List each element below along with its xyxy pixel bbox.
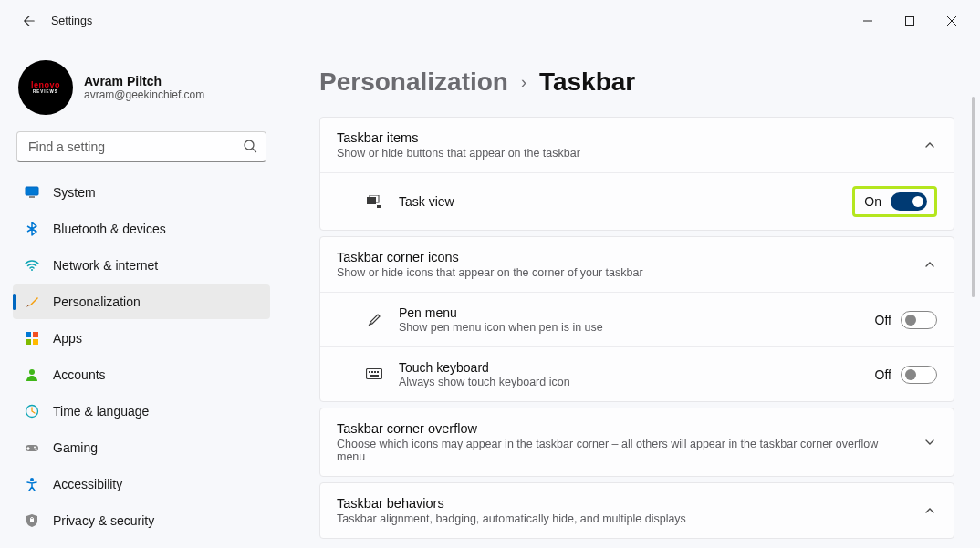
svg-rect-24 (374, 371, 376, 373)
chevron-up-icon[interactable] (921, 136, 939, 154)
svg-rect-9 (33, 339, 38, 345)
nav-network[interactable]: Network & internet (13, 248, 270, 283)
section-subtitle: Taskbar alignment, badging, automaticall… (337, 512, 908, 525)
row-pen-menu: Pen menu Show pen menu icon when pen is … (320, 292, 954, 346)
toggle-state-label: Off (875, 367, 891, 382)
nav-label: Accounts (53, 367, 106, 382)
minimize-icon (863, 16, 872, 26)
svg-rect-6 (26, 332, 31, 337)
sidebar: lenovo REVIEWS Avram Piltch avram@geekin… (0, 42, 283, 548)
person-icon (24, 367, 40, 383)
nav-label: System (53, 185, 96, 200)
svg-point-14 (36, 449, 37, 450)
search-icon (243, 139, 257, 156)
row-task-view: Task view On (320, 172, 954, 230)
main-panel: Personalization › Taskbar Taskbar items … (283, 42, 980, 548)
nav-label: Apps (53, 331, 82, 346)
maximize-button[interactable] (889, 6, 931, 36)
section-corner-icons: Taskbar corner icons Show or hide icons … (319, 236, 954, 402)
close-button[interactable] (931, 6, 973, 36)
nav: System Bluetooth & devices Network & int… (9, 175, 274, 538)
svg-rect-0 (906, 17, 914, 26)
section-title: Taskbar items (337, 130, 908, 145)
nav-label: Gaming (53, 440, 98, 455)
titlebar: Settings (0, 0, 980, 42)
minimize-button[interactable] (847, 6, 889, 36)
pen-icon (364, 312, 384, 328)
toggle-state-label: Off (875, 313, 891, 327)
nav-accounts[interactable]: Accounts (13, 357, 270, 392)
svg-point-1 (245, 140, 254, 150)
row-subtitle: Show pen menu icon when pen is in use (399, 321, 860, 334)
window-title: Settings (51, 15, 92, 27)
user-name: Avram Piltch (84, 74, 204, 88)
user-email: avram@geekinchief.com (84, 88, 204, 101)
section-title: Taskbar behaviors (337, 496, 908, 511)
chevron-down-icon[interactable] (921, 433, 939, 451)
bluetooth-icon (24, 221, 40, 237)
nav-privacy[interactable]: Privacy & security (13, 503, 270, 538)
svg-point-15 (30, 478, 34, 481)
svg-rect-20 (377, 205, 381, 208)
search-input[interactable] (16, 131, 266, 162)
nav-time-language[interactable]: Time & language (13, 394, 270, 429)
svg-rect-26 (370, 375, 379, 377)
svg-rect-25 (377, 371, 379, 373)
row-title: Pen menu (399, 305, 860, 320)
nav-personalization[interactable]: Personalization (13, 284, 270, 319)
section-corner-overflow: Taskbar corner overflow Choose which ico… (319, 408, 954, 477)
svg-point-5 (31, 269, 33, 271)
wifi-icon (24, 257, 40, 274)
toggle-state-label: On (864, 194, 881, 209)
svg-rect-4 (29, 196, 35, 198)
chevron-right-icon: › (521, 73, 526, 92)
breadcrumb-parent[interactable]: Personalization (319, 67, 508, 97)
close-icon (947, 16, 956, 26)
svg-rect-7 (33, 332, 38, 337)
shield-icon (24, 512, 40, 529)
nav-system[interactable]: System (13, 175, 270, 210)
section-header[interactable]: Taskbar corner icons Show or hide icons … (320, 237, 954, 292)
breadcrumb: Personalization › Taskbar (319, 67, 954, 97)
clock-globe-icon (24, 403, 40, 419)
chevron-up-icon[interactable] (921, 501, 939, 520)
task-view-icon (364, 195, 384, 208)
chevron-up-icon[interactable] (921, 255, 939, 274)
back-button[interactable] (16, 8, 42, 34)
section-subtitle: Show or hide icons that appear on the co… (337, 266, 908, 279)
svg-point-13 (34, 447, 36, 449)
monitor-icon (24, 184, 40, 201)
nav-accessibility[interactable]: Accessibility (13, 467, 270, 501)
breadcrumb-current: Taskbar (539, 67, 635, 97)
scrollbar[interactable] (972, 97, 975, 297)
svg-rect-2 (26, 187, 38, 195)
section-header[interactable]: Taskbar items Show or hide buttons that … (320, 118, 954, 172)
nav-label: Network & internet (53, 258, 158, 273)
nav-label: Bluetooth & devices (53, 222, 166, 236)
section-header[interactable]: Taskbar behaviors Taskbar alignment, bad… (320, 483, 954, 538)
row-title: Task view (399, 194, 838, 209)
keyboard-icon (364, 368, 384, 381)
task-view-toggle[interactable] (891, 192, 927, 211)
user-block[interactable]: lenovo REVIEWS Avram Piltch avram@geekin… (18, 60, 265, 115)
accessibility-icon (24, 476, 40, 492)
section-title: Taskbar corner icons (337, 250, 908, 264)
window-controls (847, 6, 973, 36)
row-title: Touch keyboard (399, 360, 860, 375)
row-touch-keyboard: Touch keyboard Always show touch keyboar… (320, 346, 954, 401)
touch-keyboard-toggle[interactable] (901, 366, 937, 384)
section-header[interactable]: Taskbar corner overflow Choose which ico… (320, 408, 954, 476)
highlighted-toggle: On (852, 186, 937, 217)
search-wrap (16, 131, 266, 162)
maximize-icon (905, 16, 914, 26)
nav-bluetooth[interactable]: Bluetooth & devices (13, 212, 270, 246)
svg-rect-18 (367, 197, 376, 204)
arrow-left-icon (23, 15, 36, 27)
pen-menu-toggle[interactable] (901, 311, 937, 329)
section-subtitle: Choose which icons may appear in the tas… (337, 438, 908, 463)
gamepad-icon (24, 439, 40, 456)
nav-gaming[interactable]: Gaming (13, 430, 270, 465)
nav-apps[interactable]: Apps (13, 321, 270, 356)
svg-rect-21 (367, 368, 382, 378)
apps-icon (24, 330, 40, 346)
